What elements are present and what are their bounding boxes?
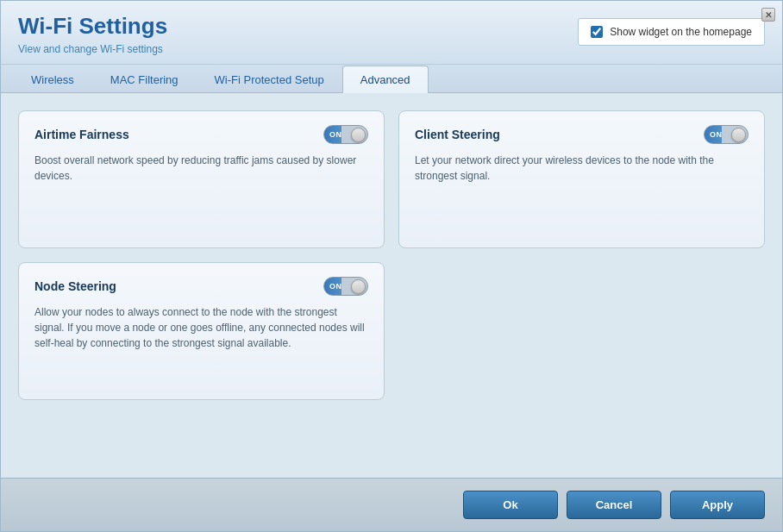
node-steering-description: Allow your nodes to always connect to th… <box>34 304 368 351</box>
tab-bar: Wireless MAC Filtering Wi-Fi Protected S… <box>1 65 782 93</box>
airtime-fairness-toggle-label: ON <box>329 130 342 139</box>
tab-advanced[interactable]: Advanced <box>342 66 429 93</box>
airtime-fairness-card: Airtime Fairness ON Boost overall networ… <box>18 110 385 248</box>
node-steering-toggle[interactable]: ON <box>323 277 368 296</box>
cards-grid: Airtime Fairness ON Boost overall networ… <box>18 110 765 248</box>
client-steering-description: Let your network direct your wireless de… <box>415 153 749 184</box>
airtime-fairness-toggle[interactable]: ON <box>323 125 368 144</box>
bottom-cards-row: Node Steering ON Allow your nodes to alw… <box>18 262 765 400</box>
app-subtitle: View and change Wi-Fi settings <box>18 43 167 55</box>
airtime-fairness-description: Boost overall network speed by reducing … <box>34 153 368 184</box>
node-steering-title: Node Steering <box>34 279 116 293</box>
close-button[interactable]: ✕ <box>761 8 775 22</box>
node-steering-header: Node Steering ON <box>34 277 368 296</box>
node-steering-toggle-knob <box>351 279 366 294</box>
node-steering-toggle-label: ON <box>329 282 342 291</box>
main-window: Wi-Fi Settings View and change Wi-Fi set… <box>0 0 783 532</box>
client-steering-title: Client Steering <box>415 128 500 141</box>
tab-mac-filtering[interactable]: MAC Filtering <box>92 66 197 93</box>
airtime-fairness-title: Airtime Fairness <box>34 128 129 141</box>
title-bar: Wi-Fi Settings View and change Wi-Fi set… <box>1 1 782 65</box>
client-steering-toggle-label: ON <box>710 130 723 139</box>
node-steering-card: Node Steering ON Allow your nodes to alw… <box>18 262 385 400</box>
apply-button[interactable]: Apply <box>670 491 765 519</box>
widget-checkbox-area[interactable]: Show widget on the homepage <box>578 18 765 46</box>
client-steering-header: Client Steering ON <box>415 125 749 144</box>
content-area: Airtime Fairness ON Boost overall networ… <box>1 93 782 478</box>
airtime-fairness-header: Airtime Fairness ON <box>34 125 368 144</box>
widget-checkbox-label: Show widget on the homepage <box>610 26 752 38</box>
title-section: Wi-Fi Settings View and change Wi-Fi set… <box>18 13 167 55</box>
ok-button[interactable]: Ok <box>463 491 558 519</box>
client-steering-toggle[interactable]: ON <box>704 125 749 144</box>
airtime-fairness-toggle-knob <box>351 128 366 142</box>
app-title: Wi-Fi Settings <box>18 13 167 40</box>
client-steering-card: Client Steering ON Let your network dire… <box>398 110 765 248</box>
widget-checkbox[interactable] <box>591 26 603 38</box>
footer: Ok Cancel Apply <box>1 478 782 531</box>
client-steering-toggle-knob <box>731 128 746 142</box>
tab-wireless[interactable]: Wireless <box>13 66 92 93</box>
cancel-button[interactable]: Cancel <box>567 491 661 519</box>
tab-wifi-protected-setup[interactable]: Wi-Fi Protected Setup <box>197 66 342 93</box>
